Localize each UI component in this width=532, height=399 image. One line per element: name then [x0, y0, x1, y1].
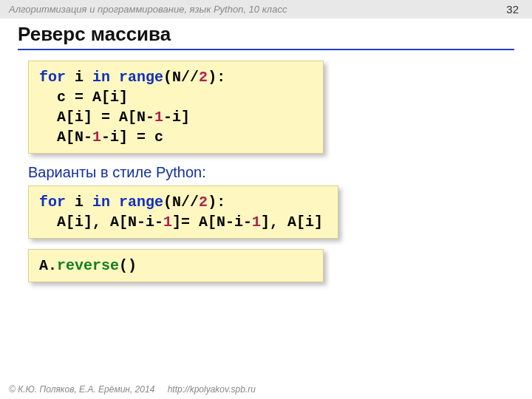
code-text: A[N- — [39, 129, 92, 146]
kw-in: in — [92, 194, 110, 211]
code-text: A[i], A[N-i- — [39, 214, 163, 231]
code-text: A. — [39, 257, 57, 274]
num: 1 — [163, 214, 172, 231]
code-block-3: A.reverse() — [28, 249, 324, 282]
code-text: -i] = c — [101, 129, 163, 146]
kw-for: for — [39, 69, 66, 86]
code-block-1: for i in range(N//2): c = A[i] A[i] = A[… — [28, 61, 324, 154]
page-number: 32 — [506, 3, 523, 16]
kw-in: in — [92, 69, 110, 86]
num: 1 — [154, 109, 163, 126]
kw-for: for — [39, 194, 66, 211]
code-text: ]= A[N-i- — [172, 214, 252, 231]
header-bar: Алгоритмизация и программирование, язык … — [0, 0, 532, 18]
code-text: () — [119, 257, 137, 274]
method-reverse: reverse — [57, 257, 119, 274]
code-text: i — [75, 194, 92, 211]
footer: © К.Ю. Поляков, Е.А. Ерёмин, 2014 http:/… — [9, 384, 256, 395]
code-text: ): — [208, 194, 225, 211]
footer-link: http://kpolyakov.spb.ru — [168, 384, 256, 395]
code-text: ], A[i] — [261, 214, 323, 231]
code-text: -i] — [163, 109, 190, 126]
code-text: c = A[i] — [39, 89, 128, 106]
copyright: © К.Ю. Поляков, Е.А. Ерёмин, 2014 — [9, 384, 154, 395]
slide-content: Реверс массива for i in range(N//2): c =… — [0, 18, 532, 282]
num: 1 — [92, 129, 101, 146]
code-text: ): — [208, 69, 225, 86]
course-label: Алгоритмизация и программирование, язык … — [9, 4, 287, 15]
section-subtitle: Варианты в стиле Python: — [28, 164, 514, 181]
num: 2 — [199, 69, 208, 86]
page-title: Реверс массива — [18, 23, 514, 50]
num: 2 — [199, 194, 208, 211]
num: 1 — [252, 214, 261, 231]
code-block-2: for i in range(N//2): A[i], A[N-i-1]= A[… — [28, 185, 338, 239]
fn-range: range — [119, 69, 163, 86]
code-text: A[i] = A[N- — [39, 109, 154, 126]
code-text: i — [75, 69, 92, 86]
code-text: (N// — [163, 69, 199, 86]
code-text: (N// — [163, 194, 199, 211]
fn-range: range — [119, 194, 163, 211]
